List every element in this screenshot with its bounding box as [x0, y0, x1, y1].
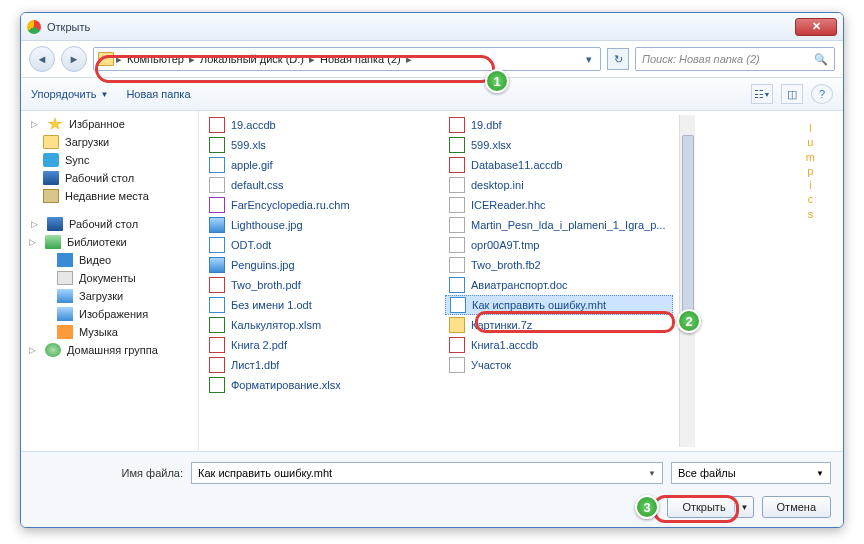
file-item[interactable]: Как исправить ошибку.mht [445, 295, 673, 315]
refresh-button[interactable]: ↻ [607, 48, 629, 70]
sidebar-homegroup[interactable]: ▷Домашняя группа [21, 341, 198, 359]
file-icon [209, 157, 225, 173]
sidebar-item-recent[interactable]: Недавние места [21, 187, 198, 205]
filename-input[interactable]: Как исправить ошибку.mht▼ [191, 462, 663, 484]
sidebar: ▷Избранное Загрузки Sync Рабочий стол Не… [21, 111, 199, 451]
scroll-thumb[interactable] [682, 135, 694, 315]
file-icon [209, 357, 225, 373]
file-name: Калькулятор.xlsm [231, 319, 321, 331]
file-item[interactable]: 599.xlsx [445, 135, 673, 155]
file-item[interactable]: Лист1.dbf [205, 355, 433, 375]
file-name: opr00A9T.tmp [471, 239, 539, 251]
breadcrumb-item[interactable]: Новая папка (2) [317, 53, 404, 65]
desktop-icon [43, 171, 59, 185]
file-item[interactable]: desktop.ini [445, 175, 673, 195]
nav-row: ◄ ► ▸ Компьютер ▸ Локальный диск (D:) ▸ … [21, 41, 843, 77]
search-input[interactable]: Поиск: Новая папка (2) 🔍 [635, 47, 835, 71]
help-button[interactable]: ? [811, 84, 833, 104]
folder-icon [98, 52, 114, 66]
file-icon [209, 177, 225, 193]
address-dropdown[interactable]: ▾ [582, 53, 596, 66]
close-button[interactable]: ✕ [795, 18, 837, 36]
file-item[interactable]: 599.xls [205, 135, 433, 155]
file-item[interactable]: 19.accdb [205, 115, 433, 135]
file-list: 19.accdb599.xlsapple.gifdefault.cssFarEn… [199, 111, 843, 451]
file-item[interactable]: 19.dbf [445, 115, 673, 135]
file-item[interactable]: Книга1.accdb [445, 335, 673, 355]
filename-label: Имя файла: [33, 467, 183, 479]
file-item[interactable]: Martin_Pesn_lda_i_plameni_1_Igra_p... [445, 215, 673, 235]
sidebar-item-video[interactable]: Видео [21, 251, 198, 269]
address-bar[interactable]: ▸ Компьютер ▸ Локальный диск (D:) ▸ Нова… [93, 47, 601, 71]
sidebar-item-music[interactable]: Музыка [21, 323, 198, 341]
file-item[interactable]: ODT.odt [205, 235, 433, 255]
file-icon [209, 377, 225, 393]
file-item[interactable]: Картинки.7z [445, 315, 673, 335]
sidebar-favorites[interactable]: ▷Избранное [21, 115, 198, 133]
file-item[interactable]: opr00A9T.tmp [445, 235, 673, 255]
sidebar-item-downloads[interactable]: Загрузки [21, 133, 198, 151]
preview-pane-button[interactable]: ◫ [781, 84, 803, 104]
file-icon [209, 317, 225, 333]
doc-icon [57, 271, 73, 285]
search-icon: 🔍 [814, 53, 828, 66]
breadcrumb-item[interactable]: Компьютер [124, 53, 187, 65]
file-item[interactable]: FarEncyclopedia.ru.chm [205, 195, 433, 215]
scrollbar[interactable] [679, 115, 695, 447]
search-placeholder: Поиск: Новая папка (2) [642, 53, 814, 65]
chevron-right-icon: ▸ [406, 53, 412, 66]
file-item[interactable]: Two_broth.pdf [205, 275, 433, 295]
file-item[interactable]: Форматирование.xlsx [205, 375, 433, 395]
breadcrumb-item[interactable]: Локальный диск (D:) [197, 53, 307, 65]
file-item[interactable]: ICEReader.hhc [445, 195, 673, 215]
file-item[interactable]: Авиатранспорт.doc [445, 275, 673, 295]
file-icon [209, 117, 225, 133]
sidebar-item-desktop[interactable]: Рабочий стол [21, 169, 198, 187]
file-name: ICEReader.hhc [471, 199, 546, 211]
file-item[interactable]: Two_broth.fb2 [445, 255, 673, 275]
file-icon [449, 177, 465, 193]
file-name: desktop.ini [471, 179, 524, 191]
view-options-button[interactable]: ☷ ▼ [751, 84, 773, 104]
file-name: Martin_Pesn_lda_i_plameni_1_Igra_p... [471, 219, 665, 231]
chevron-right-icon: ▸ [189, 53, 195, 66]
file-name: Two_broth.pdf [231, 279, 301, 291]
file-name: Форматирование.xlsx [231, 379, 341, 391]
forward-button[interactable]: ► [61, 46, 87, 72]
file-item[interactable]: Калькулятор.xlsm [205, 315, 433, 335]
back-button[interactable]: ◄ [29, 46, 55, 72]
file-item[interactable]: Database11.accdb [445, 155, 673, 175]
filetype-filter[interactable]: Все файлы▼ [671, 462, 831, 484]
file-item[interactable]: Penguins.jpg [205, 255, 433, 275]
chrome-icon [27, 20, 41, 34]
file-icon [449, 337, 465, 353]
annotation-badge-2: 2 [677, 309, 701, 333]
file-name: Книга 2.pdf [231, 339, 287, 351]
file-item[interactable]: Lighthouse.jpg [205, 215, 433, 235]
file-item[interactable]: Участок [445, 355, 673, 375]
file-item[interactable]: Без имени 1.odt [205, 295, 433, 315]
sidebar-item-sync[interactable]: Sync [21, 151, 198, 169]
sidebar-libraries[interactable]: ▷Библиотеки [21, 233, 198, 251]
sidebar-item-pictures[interactable]: Изображения [21, 305, 198, 323]
picture-icon [57, 307, 73, 321]
dialog-body: ▷Избранное Загрузки Sync Рабочий стол Не… [21, 111, 843, 451]
sidebar-item-downloads2[interactable]: Загрузки [21, 287, 198, 305]
file-name: Two_broth.fb2 [471, 259, 541, 271]
file-column: 19.accdb599.xlsapple.gifdefault.cssFarEn… [199, 115, 439, 447]
cancel-button[interactable]: Отмена [762, 496, 831, 518]
file-item[interactable]: default.css [205, 175, 433, 195]
file-name: 599.xls [231, 139, 266, 151]
open-button[interactable]: Открыть▼ [667, 496, 753, 518]
library-icon [45, 235, 61, 249]
file-icon [449, 277, 465, 293]
file-item[interactable]: apple.gif [205, 155, 433, 175]
file-item[interactable]: Книга 2.pdf [205, 335, 433, 355]
new-folder-button[interactable]: Новая папка [126, 88, 190, 100]
watermark: lumpics [806, 121, 819, 221]
file-icon [449, 137, 465, 153]
file-icon [209, 337, 225, 353]
sidebar-item-documents[interactable]: Документы [21, 269, 198, 287]
organize-menu[interactable]: Упорядочить▼ [31, 88, 108, 100]
sidebar-desktop-group[interactable]: ▷Рабочий стол [21, 215, 198, 233]
